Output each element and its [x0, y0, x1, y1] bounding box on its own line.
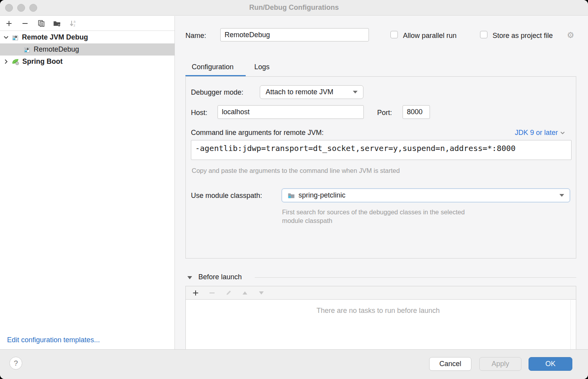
tree-item-label: RemoteDebug: [34, 45, 79, 54]
edit-task-button[interactable]: [224, 289, 233, 297]
sort-az-icon: a z: [69, 19, 77, 28]
remove-task-button[interactable]: [208, 289, 216, 297]
new-folder-button[interactable]: [53, 19, 61, 28]
debugger-mode-select[interactable]: Attach to remote JVM: [260, 85, 363, 99]
svg-text:a: a: [74, 20, 76, 23]
port-input[interactable]: [403, 105, 430, 119]
module-classpath-select[interactable]: spring-petclinic: [282, 189, 570, 202]
module-classpath-label: Use module classpath:: [191, 192, 262, 200]
svg-text:z: z: [74, 23, 76, 27]
jdk-version-selector[interactable]: JDK 9 or later: [515, 129, 565, 137]
remote-debug-icon: [23, 46, 31, 53]
allow-parallel-run-label: Allow parallel run: [403, 32, 457, 40]
triangle-up-icon: [243, 291, 247, 295]
port-label: Port:: [377, 109, 392, 117]
copy-icon: [37, 20, 45, 27]
collapse-arrow-icon[interactable]: [187, 276, 192, 279]
chevron-down-icon: [353, 91, 358, 93]
sidebar-toolbar: a z: [0, 16, 174, 31]
tree-item-spring-boot[interactable]: Spring Boot: [0, 56, 174, 68]
move-task-down-button[interactable]: [257, 289, 266, 297]
store-as-project-file-checkbox[interactable]: [480, 31, 487, 38]
module-folder-icon: [288, 192, 295, 199]
tree-item-remote-jvm-debug[interactable]: Remote JVM Debug: [0, 31, 174, 43]
new-folder-icon: [53, 20, 61, 27]
module-classpath-value: spring-petclinic: [298, 191, 345, 199]
tree-item-label: Remote JVM Debug: [22, 33, 88, 41]
add-configuration-button[interactable]: [5, 19, 13, 28]
run-debug-configurations-dialog: Run/Debug Configurations: [0, 0, 588, 379]
chevron-down-icon: [560, 131, 565, 135]
host-input[interactable]: [218, 105, 364, 119]
remote-debug-icon: [12, 34, 19, 41]
configurations-sidebar: a z Remote JVM Debug: [0, 16, 175, 349]
jdk-version-label: JDK 9 or later: [515, 129, 558, 137]
debugger-mode-label: Debugger mode:: [191, 88, 243, 97]
sort-configurations-button[interactable]: a z: [69, 19, 77, 28]
copy-configuration-button[interactable]: [37, 19, 45, 28]
chevron-right-icon[interactable]: [0, 59, 12, 64]
section-divider: [255, 277, 576, 278]
tree-item-remotedebug[interactable]: RemoteDebug: [0, 43, 174, 56]
help-button[interactable]: ?: [9, 357, 22, 370]
name-label: Name:: [185, 32, 206, 40]
dialog-footer: ? Cancel Apply OK: [0, 349, 588, 379]
add-task-button[interactable]: [191, 289, 200, 297]
tree-item-label: Spring Boot: [22, 57, 63, 66]
cmdline-arguments-label: Command line arguments for remote JVM:: [191, 129, 324, 137]
gear-icon[interactable]: ⚙: [567, 31, 574, 39]
tab-logs[interactable]: Logs: [254, 63, 270, 71]
before-launch-empty-text: There are no tasks to run before launch: [186, 307, 570, 315]
plus-icon: [7, 21, 12, 26]
before-launch-toolbar: [186, 286, 576, 300]
title-bar: Run/Debug Configurations: [0, 0, 588, 16]
ok-button[interactable]: OK: [529, 357, 572, 371]
store-as-project-file-label: Store as project file: [493, 32, 553, 40]
configuration-tree: Remote JVM Debug RemoteDebug: [0, 31, 174, 68]
allow-parallel-run-checkbox[interactable]: [390, 31, 398, 38]
pencil-icon: [225, 289, 232, 296]
name-input[interactable]: [220, 28, 369, 41]
before-launch-panel: There are no tasks to run before launch: [185, 286, 576, 349]
configuration-panel: Debugger mode: Attach to remote JVM Host…: [185, 76, 576, 259]
spring-boot-icon: [12, 58, 19, 65]
plus-icon: [193, 290, 198, 295]
apply-button[interactable]: Apply: [479, 357, 521, 371]
remove-configuration-button[interactable]: [21, 19, 29, 28]
dialog-title: Run/Debug Configurations: [0, 4, 588, 12]
debugger-mode-value: Attach to remote JVM: [266, 88, 333, 96]
scrollbar-track[interactable]: [570, 300, 576, 349]
cmdline-arguments-field[interactable]: -agentlib:jdwp=transport=dt_socket,serve…: [191, 140, 572, 160]
tab-configuration[interactable]: Configuration: [192, 63, 234, 71]
triangle-down-icon: [259, 291, 264, 295]
before-launch-title: Before launch: [198, 273, 242, 281]
host-label: Host:: [191, 109, 207, 117]
cancel-button[interactable]: Cancel: [429, 357, 471, 371]
move-task-up-button[interactable]: [241, 289, 249, 297]
module-classpath-hint: First search for sources of the debugged…: [282, 208, 482, 225]
configuration-content: Name: Allow parallel run Store as projec…: [175, 16, 588, 349]
chevron-down-icon: [559, 194, 564, 197]
cmdline-hint: Copy and paste the arguments to the comm…: [192, 167, 400, 174]
edit-configuration-templates-link[interactable]: Edit configuration templates...: [7, 336, 100, 344]
chevron-down-icon[interactable]: [0, 36, 12, 39]
cmdline-arguments-value: -agentlib:jdwp=transport=dt_socket,serve…: [195, 144, 516, 153]
